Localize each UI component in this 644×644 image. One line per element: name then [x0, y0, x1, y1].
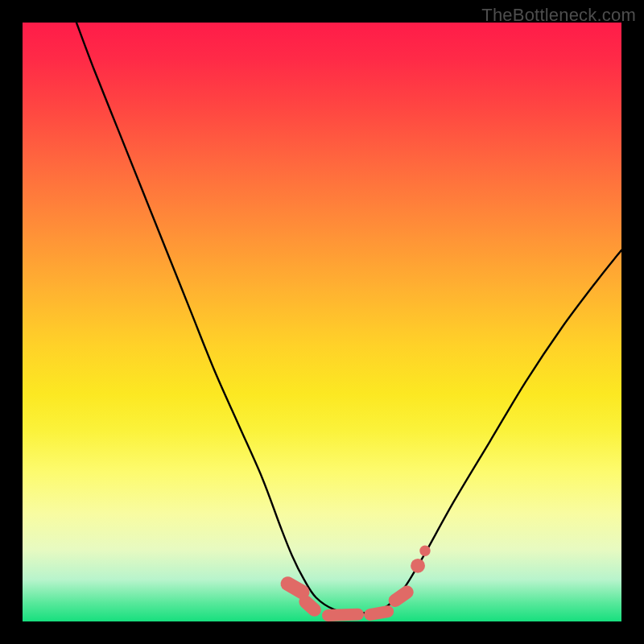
watermark-text: TheBottleneck.com — [481, 5, 636, 26]
marker-dot — [419, 546, 430, 556]
marker-pill — [322, 608, 365, 621]
chart-svg — [23, 23, 621, 621]
bottleneck-curve — [76, 23, 621, 613]
curve-layer — [76, 23, 621, 613]
marker-dot — [411, 559, 425, 573]
marker-pill — [386, 583, 415, 609]
chart-frame: TheBottleneck.com — [0, 0, 644, 644]
plot-area — [23, 23, 621, 621]
marker-pill — [363, 605, 394, 621]
